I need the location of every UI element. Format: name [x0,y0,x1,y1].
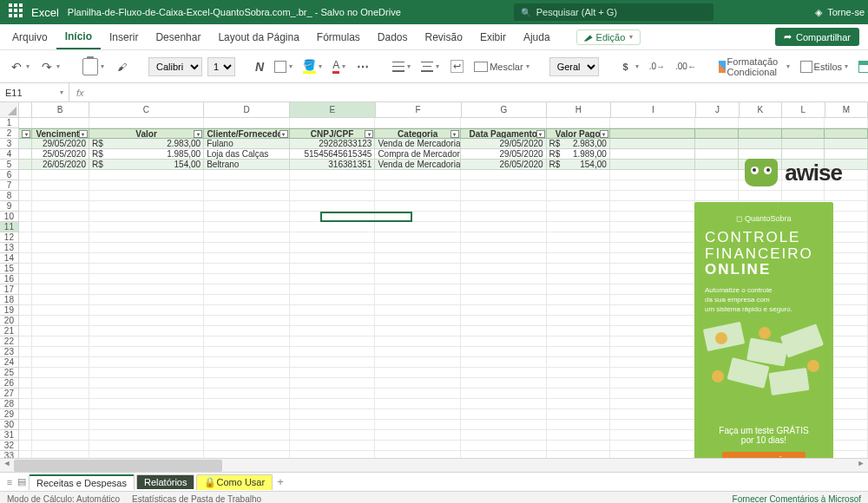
feedback-link[interactable]: Fornecer Comentários à Microsof [733,494,861,503]
cell[interactable] [375,295,461,305]
cell[interactable] [290,389,376,399]
cell[interactable] [19,357,32,368]
scroll-left-icon[interactable]: ◄ [0,459,14,472]
sheet-tab-receitas[interactable]: Receitas e Despesas [29,474,135,490]
cell[interactable] [290,326,376,336]
cell[interactable] [32,232,89,243]
col-header[interactable]: K [740,102,782,118]
cell[interactable] [610,253,696,264]
cell[interactable] [19,441,32,451]
cell[interactable] [32,441,89,451]
menu-revisao[interactable]: Revisão [417,24,471,49]
cell[interactable] [89,243,204,253]
cell[interactable] [89,201,204,212]
row-header[interactable]: 4 [0,149,19,160]
cell[interactable] [204,180,290,191]
cell[interactable] [547,212,610,222]
styles-button[interactable]: Estilos▾ [798,59,851,75]
filter-dropdown-icon[interactable]: ▾ [279,130,288,138]
menu-inicio[interactable]: Início [56,24,101,49]
cell[interactable] [610,441,696,451]
all-sheets-icon[interactable]: ▤ [16,476,28,487]
row-header[interactable]: 25 [0,368,19,378]
cell[interactable] [19,295,32,305]
col-header[interactable]: E [290,102,376,118]
cell[interactable]: R$1.985,00 [89,149,204,160]
row-header[interactable]: 22 [0,336,19,347]
cell[interactable] [19,336,32,347]
cell[interactable]: R$2.983,00 [547,139,610,149]
cell[interactable] [375,399,461,409]
cell[interactable]: CNPJ/CPF▾ [290,128,376,139]
cell[interactable]: Beltrano [204,160,290,170]
row-header[interactable]: 14 [0,253,19,264]
cell[interactable]: Vencimento▾ [32,128,89,139]
cell[interactable] [204,284,290,295]
row-header[interactable]: 3 [0,139,19,149]
cell[interactable] [547,336,610,347]
cell[interactable] [89,441,204,451]
cell[interactable] [89,180,204,191]
cell[interactable] [89,420,204,430]
cell[interactable] [89,347,204,357]
row-header[interactable]: 12 [0,232,19,243]
cell[interactable]: Loja das Calças [204,149,290,160]
cell[interactable] [32,368,89,378]
cell[interactable] [19,420,32,430]
cell[interactable] [19,316,32,326]
cell[interactable] [461,284,547,295]
cell[interactable] [375,191,461,201]
cell[interactable] [375,430,461,441]
cell[interactable] [461,201,547,212]
cell[interactable] [782,139,825,149]
cell[interactable] [461,336,547,347]
cell[interactable]: R$1.989,00 [547,149,610,160]
cell[interactable] [461,170,547,180]
cell[interactable] [547,347,610,357]
cell[interactable] [610,139,696,149]
cell[interactable] [695,118,739,128]
cell[interactable] [89,430,204,441]
cell[interactable] [19,274,32,284]
cell[interactable] [610,347,696,357]
align-center-button[interactable]: ▾ [418,60,442,74]
cell[interactable] [290,191,376,201]
paste-button[interactable]: ▾ [80,56,107,77]
cell[interactable] [204,118,290,128]
menu-formulas[interactable]: Fórmulas [308,24,369,49]
cell[interactable] [695,180,739,191]
cell[interactable] [375,389,461,399]
cell[interactable]: 29/05/2020 [461,139,547,149]
cell[interactable] [610,118,696,128]
cell[interactable] [610,305,696,316]
cell[interactable] [547,389,610,399]
row-header[interactable]: 18 [0,295,19,305]
row-header[interactable]: 17 [0,284,19,295]
col-header[interactable]: D [204,102,290,118]
cell[interactable] [610,232,696,243]
cell[interactable] [610,243,696,253]
cell[interactable] [19,409,32,420]
cell[interactable]: 29/05/2020 [461,149,547,160]
cell[interactable] [610,212,696,222]
col-header[interactable]: C [89,102,205,118]
cell[interactable]: R$154,00 [547,160,610,170]
cell[interactable] [739,139,782,149]
cell[interactable] [290,347,376,357]
cell[interactable] [204,389,290,399]
cell[interactable] [290,378,376,389]
cell[interactable] [32,357,89,368]
cell[interactable] [89,284,204,295]
cell[interactable] [375,253,461,264]
cell[interactable] [375,347,461,357]
cell[interactable] [32,378,89,389]
cell[interactable]: Valor▾ [89,128,204,139]
cell[interactable] [461,222,547,232]
row-header[interactable]: 27 [0,389,19,399]
cell[interactable] [290,336,376,347]
cell[interactable] [290,118,376,128]
cell[interactable] [290,201,376,212]
cell[interactable] [461,357,547,368]
cell[interactable] [32,201,89,212]
cell[interactable] [89,368,204,378]
